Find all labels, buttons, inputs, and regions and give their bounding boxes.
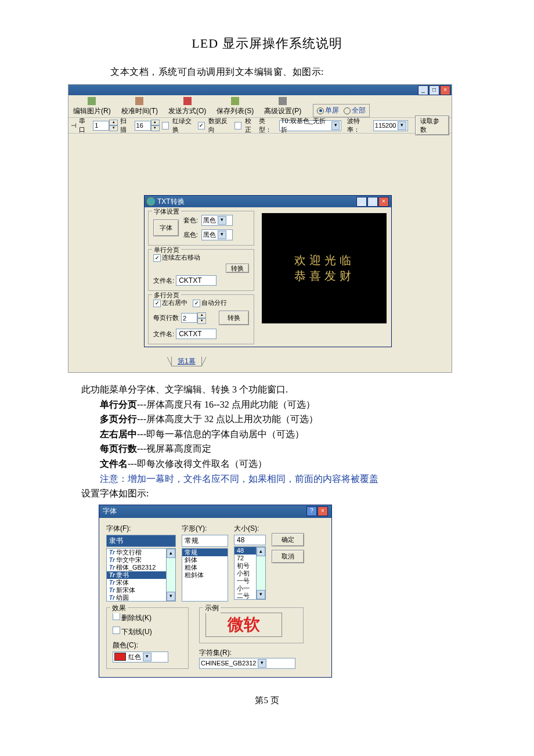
style-list[interactable]: 常规 斜体 粗体 粗斜体 [182, 548, 228, 602]
titlebar: _ □ × [68, 85, 452, 95]
dialog-title: TXT转换 [157, 197, 185, 207]
maximize-icon[interactable]: □ [367, 197, 378, 207]
help-icon[interactable]: ? [306, 506, 317, 516]
scan-spinner[interactable]: ▴▾ [135, 120, 160, 131]
font-label: 字体(F): [106, 524, 176, 534]
style-input[interactable]: 常规 [182, 535, 228, 547]
minimize-icon[interactable]: _ [356, 197, 367, 207]
chevron-down-icon: ▾ [331, 121, 340, 130]
charset-label: 字符集(R): [199, 648, 304, 658]
lines-label: 每页行数 [153, 314, 179, 322]
intro-text: 文本文档，系统可自动调用到文本编辑窗、如图示: [110, 66, 534, 78]
swap-label: 红绿交换 [172, 117, 196, 134]
datarev-label: 数据反向 [208, 117, 232, 134]
continuous-move-checkbox[interactable] [153, 254, 161, 262]
swap-checkbox[interactable] [162, 122, 169, 129]
datarev-checkbox[interactable] [198, 122, 205, 129]
single-page-group: 单行分页 连续左右移动 转换 文件名: [148, 249, 254, 291]
correct-checkbox[interactable] [234, 122, 241, 129]
menu-save-list[interactable]: 保存列表(S) [214, 96, 256, 117]
sample-preview: 微软 [205, 613, 282, 637]
center-checkbox[interactable] [153, 300, 161, 307]
radio-single[interactable]: 单屏 [317, 106, 339, 116]
dialog-titlebar: 🌐 TXT转换 _ □ × [145, 196, 391, 207]
scan-label: 扫描 [120, 117, 132, 134]
filename-input[interactable] [176, 329, 217, 339]
app-window: _ □ × 编辑图片(R) 校准时间(T) 发送方式(O) 保存列表(S) 高级… [68, 84, 452, 373]
correct-label: 校正 [245, 117, 257, 134]
scene-tabs: ╲第1幕╱ [167, 357, 206, 366]
baud-select[interactable]: 115200▾ [373, 120, 409, 131]
fg-label: 底色: [183, 231, 198, 239]
menu-label: 编辑图片(R) [73, 106, 111, 116]
color-label: 颜色(C): [113, 640, 182, 650]
note-text: 注意：增加一幕时，文件名应不同，如果相同，前面的内容将被覆盖 [81, 471, 464, 487]
radio-all[interactable]: 全部 [344, 106, 366, 116]
tab-scene-1[interactable]: 第1幕 [171, 357, 202, 366]
menu-send-mode[interactable]: 发送方式(O) [166, 96, 208, 117]
legend: 字体设置 [152, 207, 181, 216]
bg-label: 套色: [183, 216, 198, 225]
multi-page-group: 多行分页 左右居中 自动分行 每页行数 ▴▾ 转换 文件名: [148, 294, 254, 344]
port-label: 串口 [79, 117, 91, 134]
description-text: 此功能菜单分字体、文字编辑、转换 3 个功能窗口. 单行分页---屏体高度只有 … [81, 382, 464, 501]
menu-label: 发送方式(O) [168, 106, 206, 116]
preview-line: 欢迎光临 [294, 253, 355, 268]
font-button[interactable]: 字体 [153, 219, 179, 236]
page-footer: 第5 页 [0, 695, 534, 706]
menu-label: 高级设置(P) [264, 106, 301, 116]
bg-color-select[interactable]: 黑色▾ [201, 215, 233, 226]
legend: 效果 [110, 603, 128, 613]
underline-checkbox[interactable] [113, 627, 120, 634]
menubar: 编辑图片(R) 校准时间(T) 发送方式(O) 保存列表(S) 高级设置(P) … [68, 95, 452, 118]
menu-advanced[interactable]: 高级设置(P) [262, 96, 304, 117]
close-icon[interactable]: × [317, 506, 328, 516]
font-list[interactable]: Tr华文行楷 Tr华文中宋 Tr楷体_GB2312 Tr隶书 Tr宋体 Tr新宋… [106, 548, 176, 602]
menu-edit-image[interactable]: 编辑图片(R) [71, 96, 113, 117]
menu-label: 保存列表(S) [217, 106, 254, 116]
cancel-button[interactable]: 取消 [272, 550, 304, 563]
font-input[interactable]: 隶书 [106, 535, 176, 547]
strike-checkbox[interactable] [113, 613, 120, 620]
scrollbar[interactable]: ▴▾ [256, 547, 265, 599]
read-params-button[interactable]: 读取参数 [415, 116, 449, 135]
ok-button[interactable]: 确定 [272, 533, 304, 546]
fname-label: 文件名: [153, 277, 174, 284]
type-label: 类型： [259, 117, 276, 134]
maximize-icon[interactable]: □ [429, 85, 439, 95]
close-icon[interactable]: × [378, 197, 389, 207]
size-list[interactable]: 48 72 初号 小初 一号 小一 二号 ▴▾ [234, 546, 266, 600]
effects-group: 效果 删除线(K) 下划线(U) 颜色(C): 红色▾ [106, 607, 189, 669]
center-label: 左右居中 [162, 299, 187, 306]
minimize-icon[interactable]: _ [418, 85, 428, 95]
lines-spinner[interactable]: ▴▾ [181, 312, 206, 324]
preview-line: 恭喜发财 [294, 268, 355, 284]
legend: 多行分页 [152, 291, 181, 300]
style-label: 字形(Y): [182, 524, 228, 534]
globe-icon: 🌐 [147, 197, 155, 206]
fg-color-select[interactable]: 黑色▾ [201, 229, 233, 240]
legend: 单行分页 [152, 246, 181, 254]
dialog-titlebar: 字体 ? × [99, 505, 331, 518]
screen-mode-radio: 单屏 全部 [313, 104, 370, 117]
txt-convert-dialog: 🌐 TXT转换 _ □ × 字体设置 字体 套色:黑色▾ [144, 195, 392, 347]
led-preview: 欢迎光临 恭喜发财 [262, 213, 387, 323]
color-select[interactable]: 红色▾ [113, 651, 168, 663]
autowrap-checkbox[interactable] [193, 300, 200, 307]
legend: 示例 [203, 603, 221, 613]
filename-input[interactable] [176, 275, 217, 286]
menu-calibrate-time[interactable]: 校准时间(T) [119, 96, 160, 117]
convert-button[interactable]: 转换 [226, 264, 249, 273]
close-icon[interactable]: × [440, 85, 450, 95]
dialog-title: 字体 [103, 506, 117, 516]
scrollbar[interactable]: ▴▾ [166, 549, 175, 601]
charset-select[interactable]: CHINESE_GB2312▾ [199, 658, 295, 669]
convert-button[interactable]: 转换 [219, 311, 249, 325]
font-dialog: 字体 ? × 字体(F): 隶书 Tr华文行楷 Tr华文中宋 Tr楷体_GB23… [99, 505, 332, 678]
port-spinner[interactable]: ▴▾ [93, 120, 118, 131]
type-select[interactable]: T0:双基色_无折折▾ [279, 120, 341, 131]
baud-label: 波特率： [347, 117, 371, 134]
autowrap-label: 自动分行 [201, 299, 227, 306]
size-input[interactable]: 48 [234, 535, 266, 545]
move-label: 连续左右移动 [162, 254, 200, 261]
